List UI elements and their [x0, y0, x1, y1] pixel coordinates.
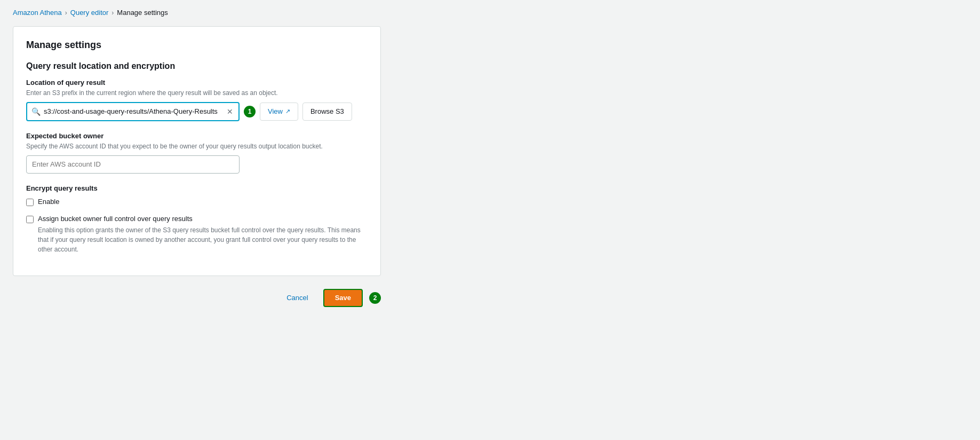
assign-checkbox-row: Assign bucket owner full control over qu… [26, 215, 368, 223]
bucket-owner-hint: Specify the AWS account ID that you expe… [26, 142, 368, 151]
footer-actions: Cancel Save 2 [13, 289, 381, 307]
enable-checkbox-row: Enable [26, 198, 368, 206]
step-1-badge: 1 [244, 106, 256, 117]
location-input-row: 🔍 ✕ 1 View ↗ Browse S3 [26, 102, 368, 121]
enable-encrypt-label[interactable]: Enable [38, 198, 59, 206]
cancel-button[interactable]: Cancel [278, 289, 316, 307]
encrypt-label: Encrypt query results [26, 184, 368, 192]
external-link-icon: ↗ [285, 108, 290, 115]
breadcrumb-query-editor[interactable]: Query editor [70, 9, 109, 17]
clear-button[interactable]: ✕ [226, 106, 234, 117]
page-title: Manage settings [26, 40, 368, 51]
breadcrumb-separator-2: › [111, 9, 114, 17]
view-button[interactable]: View ↗ [260, 103, 298, 121]
save-button[interactable]: Save [323, 289, 363, 307]
bucket-owner-label: Expected bucket owner [26, 132, 368, 140]
manage-settings-card: Manage settings Query result location an… [13, 26, 381, 276]
section-title: Query result location and encryption [26, 61, 368, 71]
encrypt-section: Encrypt query results Enable [26, 184, 368, 206]
step-2-badge: 2 [369, 292, 381, 304]
assign-section: Assign bucket owner full control over qu… [26, 215, 368, 254]
location-input[interactable] [44, 107, 226, 115]
assign-owner-label[interactable]: Assign bucket owner full control over qu… [38, 215, 193, 223]
location-field-group: Location of query result Enter an S3 pre… [26, 78, 368, 121]
enable-encrypt-checkbox[interactable] [26, 199, 34, 206]
breadcrumb-separator-1: › [65, 9, 67, 17]
breadcrumb-current: Manage settings [117, 9, 168, 17]
location-input-container: 🔍 ✕ [26, 102, 240, 121]
assign-description: Enabling this option grants the owner of… [38, 225, 368, 254]
breadcrumb-home[interactable]: Amazon Athena [13, 9, 62, 17]
breadcrumb: Amazon Athena › Query editor › Manage se… [13, 9, 967, 17]
bucket-owner-field-group: Expected bucket owner Specify the AWS ac… [26, 132, 368, 174]
location-label: Location of query result [26, 78, 368, 87]
search-icon: 🔍 [31, 107, 41, 116]
browse-s3-button[interactable]: Browse S3 [302, 103, 352, 121]
location-hint: Enter an S3 prefix in the current region… [26, 89, 368, 98]
view-button-label: View [268, 107, 283, 115]
assign-owner-checkbox[interactable] [26, 216, 34, 223]
aws-account-id-input[interactable] [26, 155, 240, 174]
